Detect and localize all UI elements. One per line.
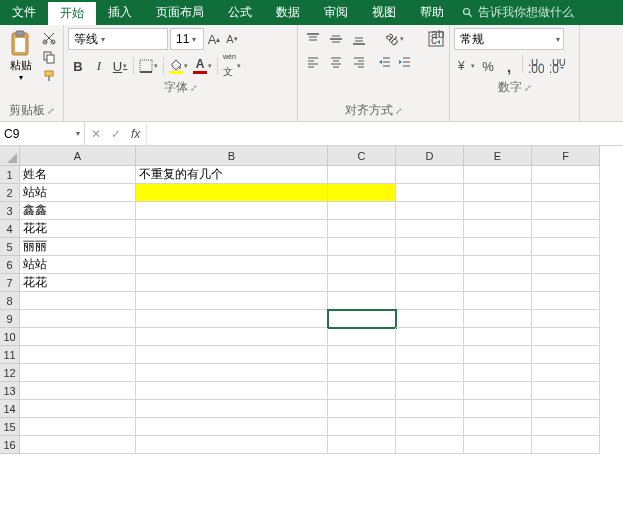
copy-button[interactable] [40, 49, 58, 65]
cell-F7[interactable] [532, 274, 600, 292]
cell-E13[interactable] [464, 382, 532, 400]
cell-B5[interactable] [136, 238, 328, 256]
row-header-11[interactable]: 11 [0, 346, 20, 364]
font-color-button[interactable]: A▾ [191, 55, 214, 77]
menu-page-layout[interactable]: 页面布局 [144, 0, 216, 25]
col-header-A[interactable]: A [20, 146, 136, 166]
cell-D12[interactable] [396, 364, 464, 382]
increase-font-button[interactable]: A▴ [206, 28, 222, 50]
number-launcher[interactable]: ⤢ [524, 83, 532, 93]
select-all-corner[interactable] [0, 146, 20, 166]
cell-D6[interactable] [396, 256, 464, 274]
row-header-14[interactable]: 14 [0, 400, 20, 418]
cell-B6[interactable] [136, 256, 328, 274]
cell-B7[interactable] [136, 274, 328, 292]
cell-F12[interactable] [532, 364, 600, 382]
cell-B12[interactable] [136, 364, 328, 382]
col-header-B[interactable]: B [136, 146, 328, 166]
cell-E2[interactable] [464, 184, 532, 202]
cell-E6[interactable] [464, 256, 532, 274]
cell-D11[interactable] [396, 346, 464, 364]
row-header-10[interactable]: 10 [0, 328, 20, 346]
cell-F3[interactable] [532, 202, 600, 220]
cell-D1[interactable] [396, 166, 464, 184]
cell-F10[interactable] [532, 328, 600, 346]
menu-formulas[interactable]: 公式 [216, 0, 264, 25]
cell-F11[interactable] [532, 346, 600, 364]
cell-D15[interactable] [396, 418, 464, 436]
row-header-7[interactable]: 7 [0, 274, 20, 292]
cell-E4[interactable] [464, 220, 532, 238]
cell-C9[interactable] [328, 310, 396, 328]
row-header-12[interactable]: 12 [0, 364, 20, 382]
cell-A3[interactable]: 鑫鑫 [20, 202, 136, 220]
cell-D8[interactable] [396, 292, 464, 310]
cell-B1[interactable]: 不重复的有几个 [136, 166, 328, 184]
row-header-15[interactable]: 15 [0, 418, 20, 436]
decrease-indent-button[interactable] [375, 51, 395, 73]
clipboard-launcher[interactable]: ⤢ [47, 106, 55, 116]
align-center-button[interactable] [325, 51, 347, 73]
menu-home[interactable]: 开始 [48, 0, 96, 25]
cell-D10[interactable] [396, 328, 464, 346]
cell-B11[interactable] [136, 346, 328, 364]
cell-A14[interactable] [20, 400, 136, 418]
cell-B15[interactable] [136, 418, 328, 436]
cell-A11[interactable] [20, 346, 136, 364]
percent-button[interactable]: % [478, 55, 498, 77]
cell-E9[interactable] [464, 310, 532, 328]
increase-decimal-button[interactable]: .0.00 [526, 55, 546, 77]
col-header-F[interactable]: F [532, 146, 600, 166]
cell-B13[interactable] [136, 382, 328, 400]
enter-formula-button[interactable]: ✓ [111, 127, 121, 141]
cell-F5[interactable] [532, 238, 600, 256]
cell-D13[interactable] [396, 382, 464, 400]
cancel-formula-button[interactable]: ✕ [91, 127, 101, 141]
cell-E14[interactable] [464, 400, 532, 418]
wrap-text-button[interactable]: abc [423, 28, 449, 100]
cell-E3[interactable] [464, 202, 532, 220]
row-header-16[interactable]: 16 [0, 436, 20, 454]
cell-F16[interactable] [532, 436, 600, 454]
cell-A5[interactable]: 丽丽 [20, 238, 136, 256]
insert-function-button[interactable]: fx [131, 127, 140, 141]
menu-data[interactable]: 数据 [264, 0, 312, 25]
phonetic-button[interactable]: wén文▾ [221, 55, 243, 77]
formula-input[interactable] [147, 122, 623, 145]
cell-C1[interactable] [328, 166, 396, 184]
fill-color-button[interactable]: ▾ [167, 55, 190, 77]
cell-B10[interactable] [136, 328, 328, 346]
cell-F1[interactable] [532, 166, 600, 184]
format-painter-button[interactable] [40, 68, 58, 84]
align-bottom-button[interactable] [348, 28, 370, 50]
align-top-button[interactable] [302, 28, 324, 50]
cell-E15[interactable] [464, 418, 532, 436]
cell-D2[interactable] [396, 184, 464, 202]
paste-button[interactable]: 粘贴 ▾ [4, 28, 38, 100]
cell-F8[interactable] [532, 292, 600, 310]
cell-A7[interactable]: 花花 [20, 274, 136, 292]
increase-indent-button[interactable] [395, 51, 415, 73]
cell-A4[interactable]: 花花 [20, 220, 136, 238]
cell-E10[interactable] [464, 328, 532, 346]
row-header-1[interactable]: 1 [0, 166, 20, 184]
align-left-button[interactable] [302, 51, 324, 73]
bold-button[interactable]: B [68, 55, 88, 77]
menu-review[interactable]: 审阅 [312, 0, 360, 25]
cell-A10[interactable] [20, 328, 136, 346]
font-name-combo[interactable]: 等线▾ [68, 28, 168, 50]
cell-A6[interactable]: 站站 [20, 256, 136, 274]
cell-D4[interactable] [396, 220, 464, 238]
cell-F6[interactable] [532, 256, 600, 274]
cell-D14[interactable] [396, 400, 464, 418]
cell-B9[interactable] [136, 310, 328, 328]
border-button[interactable]: ▾ [137, 55, 160, 77]
accounting-format-button[interactable]: ¥▾ [454, 55, 477, 77]
cell-B14[interactable] [136, 400, 328, 418]
cell-C5[interactable] [328, 238, 396, 256]
cell-A1[interactable]: 姓名 [20, 166, 136, 184]
cell-C6[interactable] [328, 256, 396, 274]
row-header-2[interactable]: 2 [0, 184, 20, 202]
font-size-combo[interactable]: 11▾ [170, 28, 204, 50]
decrease-decimal-button[interactable]: .00.0 [547, 55, 567, 77]
